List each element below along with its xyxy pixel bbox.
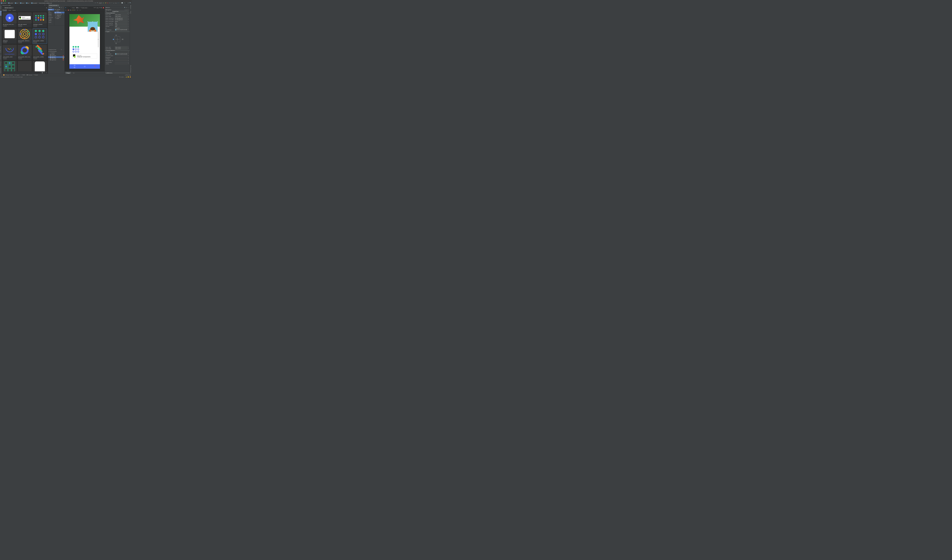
clear-constraints-icon[interactable]: ✖ — [74, 10, 75, 11]
attr-input[interactable]: wrap_content — [115, 14, 128, 15]
breadcrumb-item[interactable]: mobile — [8, 3, 13, 3]
sync-icon[interactable]: ⟳ — [95, 2, 96, 3]
view-options-dropdown[interactable]: 👁 — [65, 10, 67, 11]
zoom-in-icon[interactable]: ⊕ — [46, 72, 47, 73]
attr-input[interactable]: @tools:sample/avatars[0] — [115, 29, 128, 31]
attr-input[interactable]: @+id/imageView2 — [115, 17, 128, 19]
resource-item[interactable]: event_header_mealsDrawable1 version — [3, 45, 17, 60]
resource-item[interactable]: Built withMaterial Components built_with… — [18, 12, 32, 28]
resource-item[interactable] — [18, 61, 32, 71]
constraint-widget[interactable]: ⌃⌄ 8 32 0 + — [105, 32, 130, 46]
orientation-dropdown[interactable]: 📱 — [69, 7, 71, 8]
rail-favorites[interactable]: 2: Favorites — [0, 61, 1, 66]
zoom-out-icon[interactable]: ⊖ — [95, 7, 96, 8]
breadcrumb-item[interactable]: src — [15, 3, 19, 3]
sdk-manager-icon[interactable]: ⬇ — [128, 2, 129, 3]
minimize-icon[interactable]: — — [63, 49, 64, 50]
nav-map[interactable]: 📍 — [90, 64, 100, 69]
stop-icon[interactable]: ■ — [113, 2, 114, 3]
tab-color[interactable]: Color — [8, 9, 11, 11]
filter-icon[interactable]: ⏷ — [46, 7, 47, 8]
design-mode-tab[interactable]: Design — [65, 72, 71, 74]
grid-view-icon[interactable]: ▦ — [42, 72, 43, 74]
attr-input[interactable]: imageView — [115, 28, 128, 29]
zoom-in-icon[interactable]: ⊕ — [99, 7, 100, 8]
search-everywhere-icon[interactable]: 🔍 — [130, 2, 131, 3]
zoom-fit-icon[interactable]: ▣ — [100, 7, 102, 8]
error-indicator-icon[interactable]: ! — [103, 7, 104, 8]
breadcrumb-item[interactable]: iosched — [0, 3, 6, 3]
attr-input[interactable]: @tools:sample/avatars[0] — [115, 53, 128, 55]
attr-input[interactable] — [115, 62, 128, 62]
tw-terminal[interactable]: ⌨Terminal — [26, 74, 32, 76]
rail-layout-captures[interactable]: Layout Captures — [0, 46, 1, 53]
gear-icon[interactable]: ⚙ — [61, 49, 62, 50]
resource-grid[interactable]: btn_pinned_events_thu...Drawable1 versio… — [2, 11, 48, 71]
profile-icon[interactable]: ◔ — [109, 2, 110, 3]
attr-input[interactable]: wrap_content — [115, 16, 128, 17]
vcs-commit-icon[interactable]: ✓ — [119, 2, 121, 3]
debug-icon[interactable]: 🐞 — [107, 2, 108, 3]
run-icon[interactable]: ▶ — [103, 2, 104, 3]
add-attr-icon[interactable]: + — [127, 12, 128, 14]
resource-item[interactable]: dialog_bgDrawable1 version — [3, 28, 17, 43]
minimize-icon[interactable]: — — [63, 7, 64, 8]
search-icon[interactable]: 🔍 — [124, 7, 125, 8]
tw-todo[interactable]: ✓TODO — [21, 74, 25, 76]
apply-changes-icon[interactable]: ⚡ — [105, 2, 107, 3]
attr-input[interactable] — [115, 57, 128, 57]
resource-item[interactable]: event_header_codelabsDrawable1 version — [33, 28, 47, 43]
minimize-icon[interactable]: — — [46, 5, 47, 6]
smiley-bad-icon[interactable] — [130, 76, 131, 77]
add-resource-button[interactable]: + — [3, 7, 3, 8]
window-controls[interactable] — [1, 0, 6, 2]
breadcrumb-item[interactable]: drawable — [31, 3, 37, 3]
resource-item[interactable]: customize_scheduleDrawable1 version — [33, 12, 47, 28]
toolbar-minimize-icon[interactable]: ▭ — [1, 74, 2, 76]
minimize-icon[interactable]: — — [128, 7, 129, 8]
close-tab-icon[interactable]: × — [58, 5, 59, 6]
lock-icon[interactable]: 🔒 — [126, 76, 127, 77]
attr-input[interactable]: parent — [115, 21, 128, 22]
tab-layout[interactable]: Layout — [12, 9, 15, 11]
vcs-update-icon[interactable]: ↙ — [117, 2, 119, 3]
rail-gradle[interactable]: Gradle — [130, 11, 131, 14]
guidelines-icon[interactable]: ⫞ — [80, 10, 80, 11]
common-section[interactable]: Common Attributes — [105, 49, 130, 51]
breadcrumb-item[interactable]: res — [26, 3, 29, 3]
api-dropdown[interactable]: 🤖 28 — [76, 7, 80, 8]
search-icon[interactable]: 🔍 — [59, 7, 60, 8]
tree-item[interactable]: 🖼imageView4 — [48, 59, 65, 61]
default-margin[interactable]: 8dp — [70, 10, 71, 11]
tw-version-control[interactable]: 🔀9: Version Control — [3, 74, 13, 76]
git-branch[interactable]: Git: master ⌄ — [119, 76, 125, 77]
palette-cat[interactable]: Project — [48, 21, 54, 23]
resource-item[interactable]: event_header_office_hoursDrawable1 versi… — [18, 45, 32, 60]
rail-device-file-explorer[interactable]: Device File Explorer — [130, 65, 131, 74]
rail-resources[interactable]: Resources — [0, 11, 1, 16]
rail-assistant[interactable]: Assistant — [130, 5, 131, 9]
close-window-icon[interactable] — [1, 0, 2, 1]
list-view-icon[interactable]: ≡ — [40, 72, 41, 73]
module-dropdown[interactable]: Module: mobile — [4, 7, 14, 9]
theme-dropdown[interactable]: ⊙ NoActionBar — [80, 7, 88, 8]
smiley-good-icon[interactable] — [128, 76, 129, 77]
tw-logcat[interactable]: ≡6: Logcat — [14, 74, 20, 75]
attr-input[interactable]: 4dp — [115, 26, 128, 27]
attach-debugger-icon[interactable]: ⋯ — [111, 2, 112, 3]
expand-icon[interactable]: ≫ — [94, 7, 95, 8]
device-dropdown[interactable]: □ Pixel — [72, 7, 76, 8]
breadcrumb-item[interactable]: event_header_codelabs.xml — [39, 3, 52, 3]
hammer-icon[interactable]: 🔨 — [97, 2, 98, 3]
zoom-out-icon[interactable]: ⊖ — [44, 72, 45, 73]
attr-input[interactable]: @+id/imageView2 — [115, 19, 128, 20]
tw-event-log[interactable]: ◎Event Log — [125, 74, 131, 76]
rail-project[interactable]: 1: Project — [0, 5, 1, 10]
resource-item[interactable]: btn_pinned_events_thu...Drawable1 versio… — [3, 12, 17, 28]
run-config-dropdown[interactable]: tv — [99, 2, 102, 4]
vcs-history-icon[interactable]: 🕘 — [122, 2, 123, 3]
maximize-window-icon[interactable] — [5, 0, 6, 1]
wand-icon[interactable]: ✨ — [73, 10, 73, 11]
surface-dropdown[interactable]: ◧ — [65, 7, 67, 8]
tw-build[interactable]: 🔨Build — [34, 74, 38, 76]
